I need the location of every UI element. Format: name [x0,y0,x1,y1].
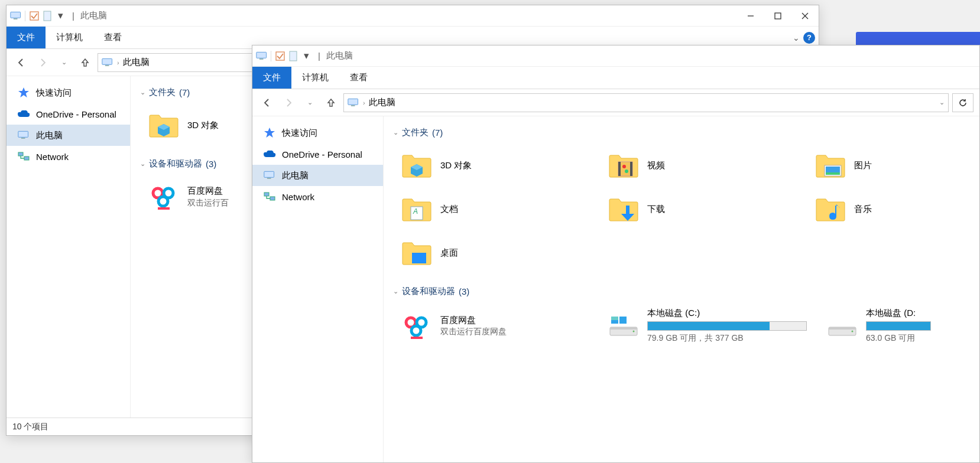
sidebar-item-onedrive[interactable]: OneDrive - Personal [7,103,130,125]
chevron-down-icon: ⌄ [393,129,398,136]
svg-marker-10 [18,87,29,97]
folder-label: 图片 [854,159,872,171]
folder-label: 桌面 [440,247,458,259]
svg-rect-13 [18,152,23,156]
svg-rect-3 [44,11,51,21]
doc-icon[interactable] [287,50,299,62]
group-label: 设备和驱动器 [149,158,202,169]
app-baidu-netdisk[interactable]: 百度网盘 双击运行百 [145,178,245,216]
svg-point-22 [158,197,168,206]
svg-rect-47 [412,253,426,263]
sidebar-item-label: Network [36,152,69,162]
folder-label: 文档 [440,203,458,215]
address-dropdown-icon[interactable]: ⌄ [939,99,945,106]
svg-rect-24 [257,52,267,58]
refresh-button[interactable] [952,93,973,112]
drive-icon [826,309,859,343]
folder-3d-objects[interactable]: 3D 对象 [145,106,245,144]
address-bar[interactable]: › 此电脑 ⌄ [343,93,949,112]
tab-file[interactable]: 文件 [252,67,291,89]
breadcrumb-root[interactable]: 此电脑 [123,57,150,68]
minimize-button[interactable] [737,5,764,27]
group-header-devices[interactable]: ⌄ 设备和驱动器 (3) [391,282,979,301]
nav-forward-button[interactable] [34,54,51,71]
sidebar-item-label: 快速访问 [36,87,72,99]
folder-pictures[interactable]: 图片 [812,146,942,184]
nav-up-button[interactable] [322,94,340,112]
svg-rect-9 [105,65,109,66]
qat-dropdown-icon[interactable]: ▾ [54,10,66,22]
sidebar-item-label: 此电脑 [282,170,309,181]
folder-icon [607,193,640,226]
svg-point-60 [852,330,854,332]
sidebar-item-label: OneDrive - Personal [282,149,362,159]
nav-back-button[interactable] [12,54,30,71]
sidebar-item-quick-access[interactable]: 快速访问 [252,122,383,144]
status-items: 10 个项目 [12,422,48,432]
svg-rect-53 [610,327,637,330]
tab-view[interactable]: 查看 [93,27,132,48]
pc-icon [17,129,30,142]
nav-back-button[interactable] [258,94,276,112]
folder-icon [400,149,433,182]
sidebar-item-label: 此电脑 [36,130,63,141]
drive-c[interactable]: 本地磁盘 (C:) 79.9 GB 可用，共 377 GB [605,305,812,346]
nav-recent-button[interactable]: ⌄ [55,54,73,71]
drive-label: 本地磁盘 (C:) [647,308,807,319]
drive-usage-bar [866,321,931,331]
folder-videos[interactable]: 视频 [605,146,800,184]
sidebar-item-this-pc[interactable]: 此电脑 [252,165,383,186]
sidebar-item-network[interactable]: Network [7,146,130,167]
app-label: 百度网盘 [440,314,507,326]
sidebar-item-network[interactable]: Network [252,186,383,207]
network-icon [263,190,276,203]
close-button[interactable] [791,5,819,27]
folder-music[interactable]: 音乐 [812,190,942,228]
svg-rect-5 [775,13,781,19]
ribbon-collapse-icon[interactable]: ⌄ [793,33,800,43]
sidebar-item-this-pc[interactable]: 此电脑 [7,125,130,146]
qat-dropdown-icon[interactable]: ▾ [300,50,312,62]
group-count: (3) [206,159,216,169]
qat-separator [25,11,25,21]
titlebar: ▾ | 此电脑 [7,5,819,27]
breadcrumb-root[interactable]: 此电脑 [369,97,395,108]
window-title-sep: | [318,51,320,61]
svg-point-40 [622,165,626,168]
sidebar-item-quick-access[interactable]: 快速访问 [7,82,130,103]
folder-3d-objects[interactable]: 3D 对象 [398,146,593,184]
app-baidu-netdisk[interactable]: 百度网盘 双击运行百度网盘 [398,305,593,346]
nav-up-button[interactable] [76,54,94,71]
breadcrumb-sep-icon: › [117,59,119,66]
app-sublabel: 双击运行百度网盘 [440,326,507,337]
tab-computer[interactable]: 计算机 [46,27,93,48]
doc-icon[interactable] [41,10,53,22]
ribbon-tabs: 文件 计算机 查看 [252,67,979,89]
window-title: 此电脑 [80,10,107,21]
window-title-sep: | [72,11,74,21]
check-icon[interactable] [28,10,40,22]
help-icon[interactable]: ? [803,32,815,44]
star-icon [263,126,276,139]
tab-file[interactable]: 文件 [7,27,46,48]
svg-rect-59 [829,327,856,330]
nav-forward-button[interactable] [280,94,297,112]
drive-d[interactable]: 本地磁盘 (D: 63.0 GB 可用 [823,305,942,346]
folder-desktop[interactable]: 桌面 [398,234,593,272]
folder-downloads[interactable]: 下载 [605,190,800,228]
tab-computer[interactable]: 计算机 [291,67,339,89]
nav-recent-button[interactable]: ⌄ [301,94,319,112]
svg-point-50 [411,326,421,335]
svg-rect-38 [618,162,621,176]
tab-view[interactable]: 查看 [339,67,378,89]
check-icon[interactable] [274,50,286,62]
star-icon [17,86,30,99]
cloud-icon [17,107,30,120]
svg-rect-27 [290,51,297,61]
chevron-down-icon: ⌄ [140,160,145,168]
maximize-button[interactable] [764,5,791,27]
folder-documents[interactable]: A 文档 [398,190,593,228]
group-header-folders[interactable]: ⌄ 文件夹 (7) [391,123,979,142]
svg-rect-44 [826,172,840,175]
sidebar-item-onedrive[interactable]: OneDrive - Personal [252,144,383,165]
